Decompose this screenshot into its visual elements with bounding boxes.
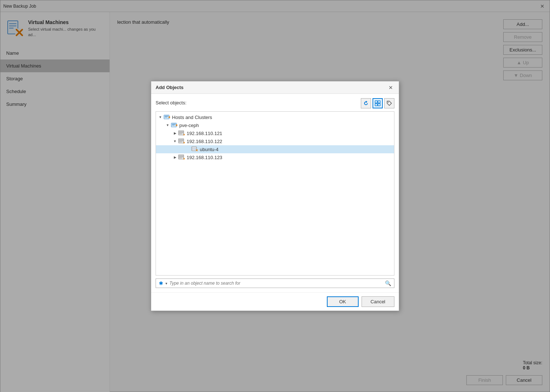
tree-node-host-121[interactable]: ▶ ✕ 192.168.110.121 <box>156 129 394 137</box>
dialog-body: Select objects: <box>151 94 399 292</box>
select-area-header: Select objects: <box>156 98 394 110</box>
svg-text:✕: ✕ <box>183 133 185 136</box>
svg-rect-25 <box>179 134 182 134</box>
cluster-icon <box>163 114 171 120</box>
svg-rect-13 <box>165 116 168 116</box>
svg-rect-30 <box>179 142 182 142</box>
svg-point-11 <box>388 102 389 103</box>
refresh-icon-button[interactable] <box>361 98 371 108</box>
svg-rect-14 <box>165 117 167 118</box>
toolbar-icons <box>361 98 394 108</box>
host-121-icon: ✕ <box>178 130 185 136</box>
dialog-footer: OK Cancel <box>151 292 399 311</box>
dialog-cancel-button[interactable]: Cancel <box>362 296 394 307</box>
add-objects-dialog: Add Objects ✕ Select objects: <box>151 81 399 311</box>
search-bar: ✱ ▾ 🔍 <box>156 278 394 288</box>
svg-rect-38 <box>179 158 182 158</box>
svg-rect-28 <box>179 139 183 140</box>
host-122-label: 192.168.110.122 <box>187 139 222 144</box>
pve-ceph-icon <box>171 122 178 128</box>
select-objects-label: Select objects: <box>156 100 187 105</box>
host-121-label: 192.168.110.121 <box>187 131 222 136</box>
tree-node-hosts-and-clusters[interactable]: ▼ Hosts and Clusters <box>156 113 394 121</box>
svg-rect-7 <box>375 101 377 103</box>
svg-rect-23 <box>179 131 183 132</box>
svg-text:✕: ✕ <box>195 149 198 152</box>
refresh-icon <box>363 100 369 106</box>
tree-view[interactable]: ▼ Hosts and Clusters ▼ <box>156 111 394 276</box>
modal-overlay: Add Objects ✕ Select objects: <box>0 0 550 392</box>
svg-rect-8 <box>378 101 380 103</box>
tree-node-host-123[interactable]: ▶ ✕ 192.168.110.123 <box>156 153 394 161</box>
search-input[interactable] <box>169 281 383 286</box>
tree-node-host-122[interactable]: ▼ ✕ 192.168.110.122 <box>156 137 394 145</box>
expand-icon-hosts[interactable]: ▼ <box>157 114 163 120</box>
dialog-titlebar: Add Objects ✕ <box>151 81 399 94</box>
host-123-icon: ✕ <box>178 154 185 160</box>
search-dropdown-arrow[interactable]: ▾ <box>165 281 167 285</box>
expand-icon-122[interactable]: ▼ <box>172 138 178 144</box>
ubuntu4-label: ubuntu-4 <box>200 147 218 152</box>
tree-node-pve-ceph[interactable]: ▼ pve-ceph <box>156 121 394 129</box>
expand-icon-123[interactable]: ▶ <box>172 154 178 160</box>
dialog-title: Add Objects <box>156 85 184 90</box>
hosts-and-clusters-label: Hosts and Clusters <box>172 115 212 120</box>
tag-icon <box>386 100 392 106</box>
svg-rect-9 <box>375 104 377 106</box>
svg-rect-19 <box>172 125 175 126</box>
tree-node-ubuntu-4[interactable]: ▶ ✕ ubuntu-4 <box>156 145 394 153</box>
svg-text:✕: ✕ <box>183 157 185 160</box>
svg-rect-10 <box>378 104 380 106</box>
pve-ceph-label: pve-ceph <box>179 123 199 128</box>
search-magnifier-icon[interactable]: 🔍 <box>385 280 391 286</box>
vm-view-icon <box>375 100 381 106</box>
ubuntu4-vm-icon: ✕ <box>191 146 198 152</box>
dialog-close-button[interactable]: ✕ <box>387 84 394 91</box>
tag-icon-button[interactable] <box>384 98 394 108</box>
expand-icon-pve-ceph[interactable]: ▼ <box>165 122 171 128</box>
svg-rect-36 <box>179 155 183 156</box>
search-star-icon: ✱ <box>159 280 163 286</box>
expand-icon-121[interactable]: ▶ <box>172 130 178 136</box>
host-122-icon: ✕ <box>178 138 185 144</box>
svg-rect-18 <box>172 124 176 124</box>
svg-text:✕: ✕ <box>183 141 185 144</box>
host-123-label: 192.168.110.123 <box>187 155 222 160</box>
vm-view-icon-button[interactable] <box>373 98 383 108</box>
dialog-ok-button[interactable]: OK <box>327 296 359 307</box>
